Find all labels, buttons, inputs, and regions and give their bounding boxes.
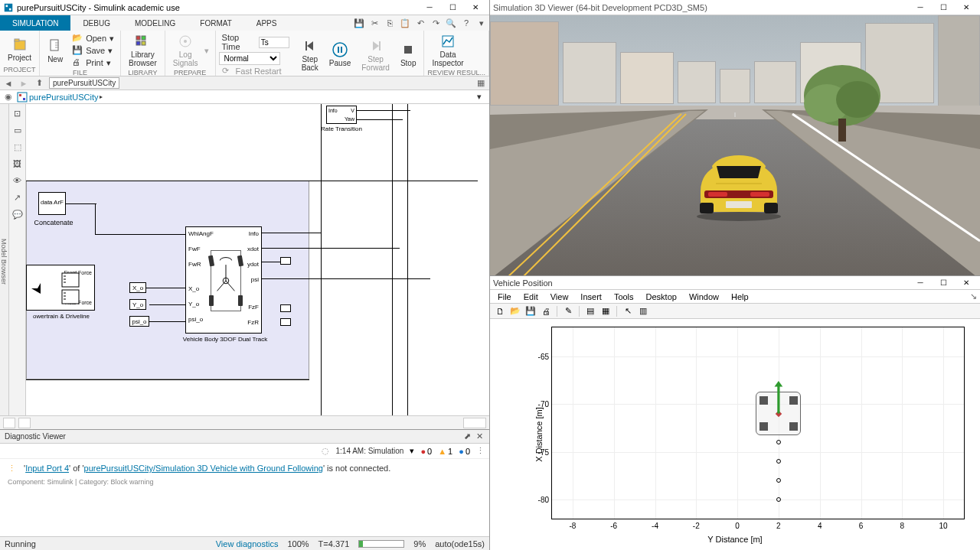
viewer-3d-canvas[interactable] xyxy=(490,15,980,275)
explorer-overflow-icon[interactable]: ▦ xyxy=(475,78,486,89)
menu-desktop[interactable]: Desktop xyxy=(642,292,681,301)
qat-copy-icon[interactable]: ⎘ xyxy=(382,15,397,31)
block-psi-o[interactable]: psi_o xyxy=(129,316,149,327)
fig-insert-legend-icon[interactable]: ▦ xyxy=(599,305,612,317)
qat-cut-icon[interactable]: ✂ xyxy=(367,15,382,31)
model-canvas[interactable]: data ArF Concatenate Front Force Rear Fo… xyxy=(26,104,489,415)
help-icon[interactable]: ? xyxy=(459,15,474,31)
fig-pointer-icon[interactable]: ↖ xyxy=(621,305,635,317)
maximize-button[interactable]: ☐ xyxy=(442,2,463,14)
viewmark-icon[interactable]: 👁 xyxy=(11,174,24,187)
fig-linked-icon[interactable]: ▥ xyxy=(636,305,650,317)
comment-icon[interactable]: 💬 xyxy=(11,208,24,220)
figure-close-button[interactable]: ✕ xyxy=(956,277,977,289)
view-tab-scroll[interactable] xyxy=(463,418,486,428)
figure-minimize-button[interactable]: ─ xyxy=(910,277,931,289)
diagnostic-dropdown-icon[interactable]: ▾ xyxy=(410,446,414,456)
fig-edit-icon[interactable]: ✎ xyxy=(561,305,575,317)
print-button[interactable]: 🖨Print▾ xyxy=(69,57,117,69)
minimize-button[interactable]: ─ xyxy=(419,2,440,14)
viewer-minimize-button[interactable]: ─ xyxy=(910,2,931,14)
block-y-o[interactable]: Y_o xyxy=(129,299,146,310)
stop-button[interactable]: Stop xyxy=(396,41,421,69)
fast-restart-button[interactable]: ⟳Fast Restart xyxy=(219,65,292,77)
library-browser-button[interactable]: Library Browser xyxy=(124,32,162,69)
viewer-maximize-button[interactable]: ☐ xyxy=(933,2,954,14)
step-back-button[interactable]: Step Back xyxy=(297,37,323,73)
fig-insert-colorbar-icon[interactable]: ▤ xyxy=(583,305,597,317)
warnings-badge[interactable]: ▲1 xyxy=(438,447,452,456)
new-button[interactable]: New xyxy=(43,37,67,65)
nav-up-icon[interactable]: ⬆ xyxy=(34,78,44,89)
close-button[interactable]: ✕ xyxy=(465,2,486,14)
block-x-o[interactable]: X_o xyxy=(129,282,146,293)
view-tab-1[interactable] xyxy=(3,418,15,428)
menu-edit[interactable]: Edit xyxy=(519,292,543,301)
block-powertrain[interactable]: Front Force Rear Force xyxy=(26,265,95,311)
menu-help[interactable]: Help xyxy=(727,292,753,301)
signal-icon[interactable]: ↗ xyxy=(11,191,24,203)
open-button[interactable]: 📂Open▾ xyxy=(69,32,117,44)
breadcrumb-dropdown-icon[interactable]: ▾ xyxy=(477,92,486,102)
block-concatenate[interactable]: data ArF xyxy=(38,192,66,215)
nav-forward-icon[interactable]: ► xyxy=(18,78,29,89)
save-button[interactable]: 💾Save▾ xyxy=(69,44,117,57)
qat-undo-icon[interactable]: ↶ xyxy=(413,15,428,31)
project-button[interactable]: Project xyxy=(3,35,36,63)
tab-apps[interactable]: APPS xyxy=(244,15,289,31)
info-badge[interactable]: ●0 xyxy=(459,447,470,456)
tab-format[interactable]: FORMAT xyxy=(188,15,243,31)
terminator-3[interactable] xyxy=(280,318,291,326)
diagnostic-menu-icon[interactable]: ⋮ xyxy=(476,446,485,456)
fig-new-icon[interactable]: 🗋 xyxy=(493,305,507,317)
image-icon[interactable]: 🖼 xyxy=(11,158,24,170)
fig-open-icon[interactable]: 📂 xyxy=(508,305,522,317)
errors-badge[interactable]: ●0 xyxy=(420,447,432,456)
step-forward-button[interactable]: Step Forward xyxy=(357,37,394,73)
model-browser-tab[interactable]: Model Browser xyxy=(0,104,9,415)
figure-menu-chevron-icon[interactable]: ↘ xyxy=(970,291,977,301)
menu-tools[interactable]: Tools xyxy=(609,292,639,301)
search-icon[interactable]: 🔍 xyxy=(443,15,459,31)
status-zoom[interactable]: 100% xyxy=(287,539,309,548)
nav-back-icon[interactable]: ◄ xyxy=(3,78,14,89)
menu-window[interactable]: Window xyxy=(684,292,724,301)
explorer-tab[interactable]: purePursuitUSCity xyxy=(49,77,119,89)
diagnostic-close-icon[interactable]: ✕ xyxy=(474,431,485,442)
status-view-diagnostics[interactable]: View diagnostics xyxy=(216,539,279,548)
diagnostic-undock-icon[interactable]: ⬈ xyxy=(462,431,472,442)
hide-browser-icon[interactable]: ◉ xyxy=(3,92,14,103)
fig-save-icon[interactable]: 💾 xyxy=(524,305,537,317)
block-vehicle-body[interactable]: WhlAngF FwF FwR X_o Y_o psi_o Info xdot … xyxy=(185,226,262,334)
mode-select[interactable]: Normal xyxy=(219,52,280,65)
menu-view[interactable]: View xyxy=(546,292,573,301)
terminator-2[interactable] xyxy=(280,304,291,312)
viewer-close-button[interactable]: ✕ xyxy=(956,2,977,14)
status-solver[interactable]: auto(ode15s) xyxy=(435,539,485,548)
fig-print-icon[interactable]: 🖨 xyxy=(539,305,553,317)
figure-axes[interactable]: -8-6-4-20246810-80-75-70-65 X Distance [… xyxy=(490,319,980,550)
tab-modeling[interactable]: MODELING xyxy=(122,15,188,31)
area-icon[interactable]: ⬚ xyxy=(11,141,24,153)
annotation-icon[interactable]: ▭ xyxy=(11,124,24,136)
menu-file[interactable]: File xyxy=(493,292,516,301)
figure-maximize-button[interactable]: ☐ xyxy=(933,277,954,289)
qat-paste-icon[interactable]: 📋 xyxy=(397,15,413,31)
stop-time-input[interactable] xyxy=(259,37,289,48)
tab-simulation[interactable]: SIMULATION xyxy=(0,15,70,31)
qat-redo-icon[interactable]: ↷ xyxy=(428,15,443,31)
block-rate-transition[interactable]: Info V Yaw xyxy=(326,106,357,124)
zoom-fit-icon[interactable]: ⊡ xyxy=(11,107,24,119)
log-signals-button[interactable]: Log Signals xyxy=(168,32,203,69)
breadcrumb-root[interactable]: purePursuitUSCity ▸ xyxy=(17,92,474,103)
ribbon-collapse-icon[interactable]: ▾ xyxy=(474,15,489,31)
view-tab-2[interactable] xyxy=(18,418,31,428)
qat-save-icon[interactable]: 💾 xyxy=(351,15,367,31)
menu-insert[interactable]: Insert xyxy=(576,292,606,301)
tab-debug[interactable]: DEBUG xyxy=(70,15,122,31)
data-inspector-button[interactable]: Data Inspector xyxy=(427,32,468,69)
prepare-expand-icon[interactable]: ▾ xyxy=(204,46,212,56)
diagnostic-link-port[interactable]: Input Port 4 xyxy=(25,464,69,473)
terminator-1[interactable] xyxy=(280,257,291,265)
diagnostic-link-block[interactable]: purePursuitUSCity/Simulation 3D Vehicle … xyxy=(84,464,323,473)
